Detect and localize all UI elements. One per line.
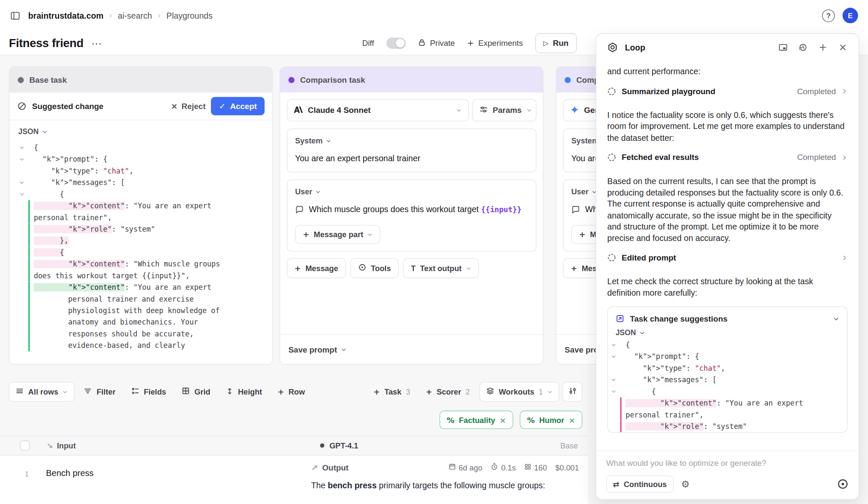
grid-button[interactable]: Grid [175, 382, 216, 402]
play-icon: ▷ [543, 39, 548, 47]
diff-marker [620, 362, 622, 374]
chevron-down-icon [368, 232, 373, 237]
all-rows-select[interactable]: All rows [9, 382, 75, 402]
task-change-card-header[interactable]: Task change suggestions [608, 307, 847, 327]
private-button[interactable]: Private [418, 38, 455, 48]
help-button[interactable]: ? [822, 9, 835, 22]
height-button[interactable]: Height [220, 382, 268, 402]
column-header-model[interactable]: GPT-4.1 [320, 441, 358, 450]
filter-label: Filter [97, 387, 116, 396]
close-icon[interactable] [835, 40, 850, 54]
chevron-down-icon [42, 129, 47, 134]
code-line: "k">"content": "You are an expert person… [19, 200, 267, 224]
experiments-button[interactable]: + Experiments [467, 39, 523, 48]
scorer-badge-factuality[interactable]: % Factuality × [440, 411, 513, 429]
json-format-label: JSON [18, 127, 39, 136]
diff-marker [28, 188, 30, 200]
model-select[interactable]: Claude 4 Sonnet [287, 99, 469, 121]
add-task-button[interactable]: + Task 3 [367, 382, 416, 402]
loop-settings-icon[interactable]: ⚙ [681, 479, 690, 490]
tools-button[interactable]: Tools [351, 258, 399, 278]
close-icon: × [171, 102, 178, 111]
remove-scorer-icon[interactable]: × [569, 415, 575, 424]
user-message-box: User Which muscle groups does this worko… [287, 179, 537, 252]
step-fetched-eval-results[interactable]: Fetched eval results Completed [607, 146, 848, 169]
remove-scorer-icon[interactable]: × [500, 415, 506, 424]
plus-icon: + [278, 387, 284, 396]
more-menu-icon[interactable]: ⋯ [91, 37, 102, 49]
params-select[interactable]: Params [472, 99, 537, 121]
fields-button[interactable]: Fields [125, 382, 172, 402]
base-task-panel: Base task Suggested change × Reject ✓ Ac… [9, 67, 273, 365]
select-all-checkbox[interactable] [20, 440, 30, 451]
code-line: { [19, 246, 267, 258]
continuous-mode-button[interactable]: ⇄ Continuous [606, 476, 673, 493]
voice-record-icon[interactable] [837, 478, 849, 490]
diff-label: Diff [362, 39, 374, 48]
fold-chevron-icon[interactable] [19, 188, 28, 200]
gutter [611, 397, 620, 420]
fields-icon [131, 387, 139, 397]
base-task-code[interactable]: { "k">"prompt": { "k">"type": "chat", "k… [9, 139, 272, 352]
text-output-button[interactable]: T Text output [403, 258, 479, 278]
diff-marker [28, 235, 30, 246]
code-text: "k">"prompt": { [34, 154, 108, 165]
system-message-content[interactable]: You are an expert personal trainer [295, 152, 528, 165]
sidebar-toggle-icon[interactable] [10, 10, 21, 21]
json-format-dropdown[interactable]: JSON [9, 120, 272, 138]
reject-button[interactable]: × Reject [171, 102, 206, 111]
column-header-input[interactable]: ↘ Input [47, 441, 76, 450]
loop-code[interactable]: { "k">"prompt": { "k">"type": "chat", "k… [608, 338, 847, 432]
add-row-label: Row [289, 387, 305, 396]
chevron-down-icon [527, 107, 532, 113]
fold-chevron-icon[interactable] [611, 351, 620, 362]
fold-chevron-icon[interactable] [611, 374, 620, 386]
task-change-card-title: Task change suggestions [630, 314, 727, 323]
breadcrumb-item-project[interactable]: ai-search [118, 11, 152, 20]
filter-button[interactable]: Filter [78, 382, 121, 402]
step-summarized-playground[interactable]: Summarized playground Completed [607, 79, 848, 103]
code-text: { [626, 339, 630, 350]
dataset-select[interactable]: Workouts 1 [479, 382, 559, 402]
new-chat-icon[interactable] [815, 40, 830, 54]
fold-chevron-icon[interactable] [19, 142, 28, 153]
code-text: "k">"role": "system" [34, 223, 155, 235]
fold-chevron-icon[interactable] [611, 386, 620, 397]
avatar[interactable]: E [843, 8, 858, 23]
table-row[interactable]: 1 Bench press ↗ Output 6d ago [0, 456, 588, 504]
row-output-cell[interactable]: ↗ Output 6d ago 0.1s [311, 463, 579, 492]
fold-chevron-icon[interactable] [19, 177, 28, 188]
system-role-dropdown[interactable]: System [295, 136, 528, 145]
save-prompt-button[interactable]: Save prompt [288, 345, 346, 354]
add-scorer-button[interactable]: + Scorer 2 [420, 382, 476, 402]
loop-prompt-input[interactable] [606, 459, 849, 468]
grid-settings-button[interactable] [562, 382, 582, 402]
user-role-dropdown[interactable]: User [295, 187, 528, 196]
code-line: "k">"type": "chat", [611, 362, 843, 374]
diff-marker [620, 420, 622, 432]
message-part-button[interactable]: + Message part [295, 225, 380, 244]
fields-label: Fields [144, 387, 166, 396]
scorer-badge-humor[interactable]: % Humor × [520, 411, 582, 429]
text-output-label: Text output [420, 264, 462, 273]
popout-icon[interactable] [776, 40, 790, 54]
percent-icon: % [527, 415, 535, 424]
code-line: "k">"messages": [ [611, 374, 843, 386]
fold-chevron-icon[interactable] [611, 339, 620, 350]
add-row-button[interactable]: + Row [272, 382, 311, 402]
user-message-content[interactable]: Which muscle groups does this workout ta… [295, 203, 528, 217]
run-button[interactable]: ▷ Run [535, 33, 577, 53]
accept-button[interactable]: ✓ Accept [211, 97, 264, 115]
json-format-dropdown[interactable]: JSON [608, 326, 847, 338]
history-icon[interactable] [796, 40, 810, 54]
fold-chevron-icon[interactable] [19, 154, 28, 165]
step-edited-prompt[interactable]: Edited prompt [607, 246, 848, 269]
add-message-button[interactable]: + Message [287, 258, 346, 278]
loop-conversation: and current performance: Summarized play… [596, 60, 859, 451]
breadcrumb-item-playgrounds[interactable]: Playgrounds [167, 11, 213, 20]
diff-toggle[interactable] [386, 38, 406, 49]
code-text: }, [34, 235, 69, 246]
row-input-cell[interactable]: Bench press [46, 468, 94, 479]
suggested-change-bar: Suggested change × Reject ✓ Accept [9, 92, 272, 120]
breadcrumb-item-org[interactable]: braintrustdata.com [28, 11, 103, 20]
